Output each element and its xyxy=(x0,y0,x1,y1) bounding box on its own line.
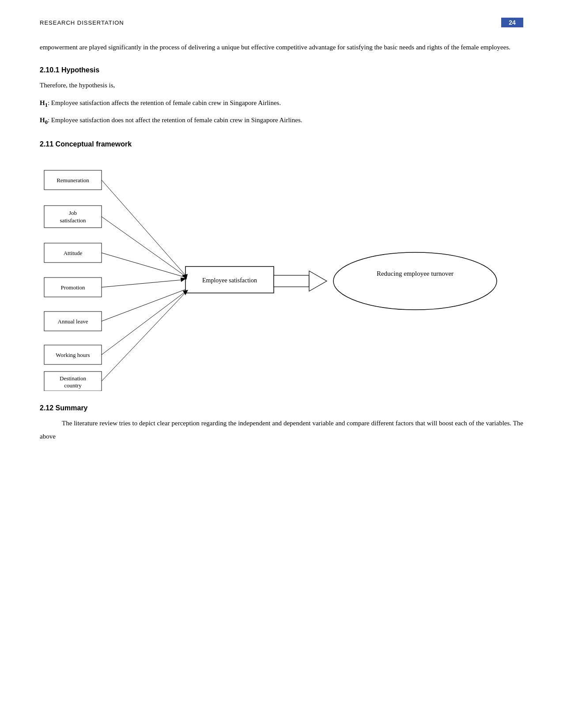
attitude-line xyxy=(102,253,185,277)
annual-leave-label: Annual leave xyxy=(58,318,88,325)
h1-text: : Employee satisfaction affects the rete… xyxy=(48,99,281,106)
arrow-shaft xyxy=(274,275,309,287)
h0-text: : Employee satisfaction does not affect … xyxy=(48,116,302,124)
job-satisfaction-label: Job xyxy=(69,210,77,216)
destination-country-label1: Destination xyxy=(60,375,86,382)
section-2101-heading: 2.10.1 Hypothesis xyxy=(40,66,523,74)
annual-leave-line xyxy=(102,289,185,321)
h0-label: H0 xyxy=(40,116,48,124)
promotion-label: Promotion xyxy=(61,284,85,291)
page-header: RESEARCH DISSERTATION 24 xyxy=(40,18,523,27)
destination-country-label2: country xyxy=(64,382,82,389)
conceptual-framework-diagram: Remuneration Job satisfaction Attitude P… xyxy=(40,161,523,391)
reducing-turnover-ellipse xyxy=(333,252,497,310)
job-satisfaction-label2: satisfaction xyxy=(60,217,86,224)
hypothesis-intro: Therefore, the hypothesis is, xyxy=(40,79,523,92)
diagram-svg: Remuneration Job satisfaction Attitude P… xyxy=(40,161,523,391)
working-hours-label: Working hours xyxy=(56,352,90,358)
intro-paragraph: empowerment are played significantly in … xyxy=(40,41,523,54)
h1-line: H1: Employee satisfaction affects the re… xyxy=(40,96,523,111)
page: RESEARCH DISSERTATION 24 empowerment are… xyxy=(0,0,563,728)
section-212-heading: 2.12 Summary xyxy=(40,404,523,412)
employee-satisfaction-label: Employee satisfaction xyxy=(202,277,257,284)
attitude-label: Attitude xyxy=(64,250,83,256)
page-number: 24 xyxy=(501,18,523,27)
dissertation-title: RESEARCH DISSERTATION xyxy=(40,19,124,26)
arrow-head xyxy=(309,271,327,291)
reducing-turnover-label1: Reducing employee turnover xyxy=(377,270,453,277)
summary-text: The literature review tries to depict cl… xyxy=(40,417,523,443)
job-satisfaction-line xyxy=(102,217,185,276)
remuneration-line xyxy=(102,180,185,275)
promotion-line xyxy=(102,280,183,287)
h1-label: H1 xyxy=(40,99,48,106)
job-satisfaction-box xyxy=(44,206,102,228)
section-211-heading: 2.11 Conceptual framework xyxy=(40,140,523,148)
destination-country-line xyxy=(102,293,185,381)
h0-line: H0: Employee satisfaction does not affec… xyxy=(40,113,523,128)
remuneration-label: Remuneration xyxy=(57,177,89,184)
working-hours-line xyxy=(102,292,185,355)
